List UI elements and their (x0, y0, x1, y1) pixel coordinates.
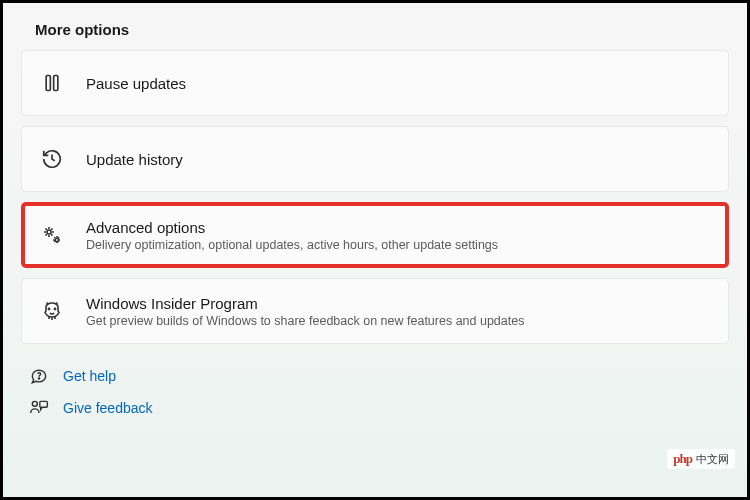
watermark-text: 中文网 (696, 452, 729, 467)
advanced-options-card[interactable]: Advanced options Delivery optimization, … (21, 202, 729, 268)
insider-program-subtitle: Get preview builds of Windows to share f… (86, 314, 524, 328)
svg-point-7 (32, 401, 37, 406)
gears-icon (40, 223, 64, 247)
svg-rect-0 (46, 76, 50, 91)
give-feedback-label: Give feedback (63, 400, 153, 416)
help-icon (29, 366, 49, 386)
get-help-link[interactable]: Get help (29, 366, 729, 386)
section-title: More options (35, 21, 729, 38)
advanced-options-label: Advanced options (86, 219, 498, 236)
watermark-brand: php (673, 451, 692, 467)
svg-point-5 (54, 308, 55, 309)
advanced-options-subtitle: Delivery optimization, optional updates,… (86, 238, 498, 252)
pause-updates-label: Pause updates (86, 75, 186, 92)
svg-point-6 (38, 378, 39, 379)
pause-updates-card[interactable]: Pause updates (21, 50, 729, 116)
watermark: php 中文网 (667, 449, 735, 469)
svg-rect-1 (54, 76, 58, 91)
pause-icon (40, 71, 64, 95)
svg-point-4 (48, 308, 49, 309)
history-icon (40, 147, 64, 171)
svg-rect-8 (40, 401, 48, 407)
get-help-label: Get help (63, 368, 116, 384)
insider-program-label: Windows Insider Program (86, 295, 524, 312)
update-history-label: Update history (86, 151, 183, 168)
insider-icon (40, 299, 64, 323)
svg-point-2 (47, 230, 51, 234)
update-history-card[interactable]: Update history (21, 126, 729, 192)
feedback-icon (29, 398, 49, 418)
give-feedback-link[interactable]: Give feedback (29, 398, 729, 418)
insider-program-card[interactable]: Windows Insider Program Get preview buil… (21, 278, 729, 344)
